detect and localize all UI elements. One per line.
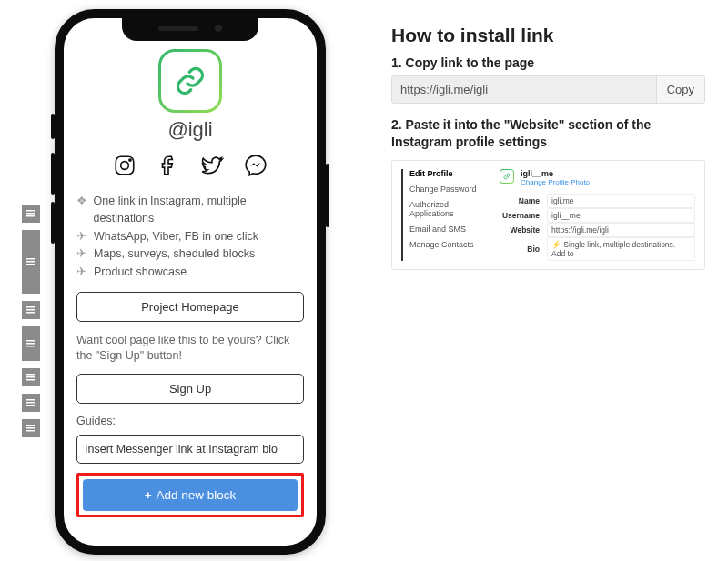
drag-handle[interactable] bbox=[22, 301, 40, 319]
svg-rect-17 bbox=[26, 405, 35, 406]
svg-rect-5 bbox=[26, 264, 35, 265]
instructions-title: How to install link bbox=[391, 25, 705, 46]
ig-username: igli__me bbox=[521, 169, 590, 178]
svg-rect-18 bbox=[26, 425, 35, 426]
twitter-icon[interactable] bbox=[199, 153, 225, 178]
guides-label: Guides: bbox=[76, 415, 304, 427]
ig-menu: Edit ProfileChange PasswordAuthorized Ap… bbox=[401, 169, 489, 261]
svg-rect-10 bbox=[26, 343, 35, 345]
feature-item: ✈Product showcase bbox=[76, 264, 304, 281]
mini-logo bbox=[500, 169, 514, 184]
add-new-block-label: Add new block bbox=[157, 488, 237, 502]
facebook-icon[interactable] bbox=[156, 153, 181, 178]
svg-rect-12 bbox=[26, 374, 35, 376]
add-new-block-button[interactable]: +Add new block bbox=[83, 479, 298, 511]
drag-handle[interactable] bbox=[22, 230, 40, 294]
ig-menu-item: Manage Contacts bbox=[410, 240, 489, 249]
svg-rect-2 bbox=[26, 215, 35, 217]
phone-mockup: @igli ❖One link in Instagram, multiple d… bbox=[55, 9, 326, 555]
svg-point-22 bbox=[121, 162, 129, 170]
svg-rect-14 bbox=[26, 379, 35, 381]
svg-rect-3 bbox=[26, 258, 35, 260]
ig-menu-item: Email and SMS bbox=[410, 225, 489, 234]
svg-rect-11 bbox=[26, 346, 35, 347]
drag-handle[interactable] bbox=[22, 394, 40, 412]
project-homepage-button[interactable]: Project Homepage bbox=[76, 292, 304, 322]
phone-side-button bbox=[51, 202, 55, 244]
ig-field-row: Bio⚡ Single link, multiple destinations.… bbox=[500, 237, 695, 261]
ig-menu-item: Authorized Applications bbox=[410, 200, 489, 218]
svg-rect-8 bbox=[26, 312, 35, 314]
drag-handle[interactable] bbox=[22, 326, 40, 361]
app-logo bbox=[158, 49, 222, 113]
link-input[interactable] bbox=[392, 76, 656, 103]
social-icons-row bbox=[76, 153, 304, 178]
phone-notch bbox=[122, 17, 258, 41]
svg-point-23 bbox=[129, 159, 131, 161]
step-1-label: 1. Copy link to the page bbox=[391, 55, 705, 70]
username: @igli bbox=[76, 118, 304, 142]
messenger-icon[interactable] bbox=[243, 153, 268, 178]
svg-rect-1 bbox=[26, 213, 35, 215]
signup-hint: Want cool page like this to be yours? Cl… bbox=[76, 333, 304, 365]
copy-link-row: Copy bbox=[391, 75, 705, 104]
ig-field-row: Nameigli.me bbox=[500, 194, 695, 208]
add-new-block-highlight: +Add new block bbox=[76, 473, 304, 517]
plus-icon: + bbox=[145, 488, 152, 502]
feature-item: ❖One link in Instagram, multiple destina… bbox=[76, 193, 304, 228]
feature-item: ✈Maps, surveys, sheduled blocks bbox=[76, 245, 304, 263]
drag-handle[interactable] bbox=[22, 368, 40, 386]
phone-side-button bbox=[51, 114, 55, 139]
phone-screen: @igli ❖One link in Instagram, multiple d… bbox=[64, 18, 317, 546]
sign-up-button[interactable]: Sign Up bbox=[76, 374, 304, 404]
install-instructions: How to install link 1. Copy link to the … bbox=[391, 25, 705, 270]
svg-rect-19 bbox=[26, 427, 35, 429]
drag-handle[interactable] bbox=[22, 205, 40, 223]
phone-side-button bbox=[326, 164, 329, 227]
svg-rect-16 bbox=[26, 402, 35, 404]
svg-rect-6 bbox=[26, 306, 35, 308]
ig-menu-item: Edit Profile bbox=[410, 169, 489, 178]
feature-item: ✈WhatsApp, Viber, FB in one click bbox=[76, 228, 304, 245]
phone-side-button bbox=[51, 153, 55, 195]
step-2-label: 2. Paste it into the "Website" section o… bbox=[391, 116, 705, 151]
feature-list: ❖One link in Instagram, multiple destina… bbox=[76, 193, 304, 281]
svg-rect-4 bbox=[26, 261, 35, 263]
ig-change-photo-link: Change Profile Photo bbox=[521, 178, 590, 186]
svg-rect-20 bbox=[26, 430, 35, 432]
messenger-link-button[interactable]: Insert Messenger link at Instagram bio bbox=[76, 435, 304, 464]
ig-menu-item: Change Password bbox=[410, 185, 489, 194]
ig-field-row: Usernameigli__me bbox=[500, 208, 695, 223]
ig-form: igli__me Change Profile Photo Nameigli.m… bbox=[500, 169, 695, 261]
drag-handle[interactable] bbox=[22, 419, 40, 437]
sidebar-drag-handles bbox=[22, 205, 40, 445]
instagram-settings-preview: Edit ProfileChange PasswordAuthorized Ap… bbox=[391, 160, 705, 270]
logo-wrap bbox=[76, 49, 304, 113]
ig-field-row: Websitehttps://igli.me/igli bbox=[500, 223, 695, 237]
instagram-icon[interactable] bbox=[112, 153, 137, 178]
svg-rect-7 bbox=[26, 309, 35, 311]
copy-button[interactable]: Copy bbox=[656, 76, 704, 103]
svg-rect-15 bbox=[26, 399, 35, 401]
svg-rect-13 bbox=[26, 376, 35, 378]
svg-rect-0 bbox=[26, 210, 35, 212]
svg-rect-9 bbox=[26, 340, 35, 342]
